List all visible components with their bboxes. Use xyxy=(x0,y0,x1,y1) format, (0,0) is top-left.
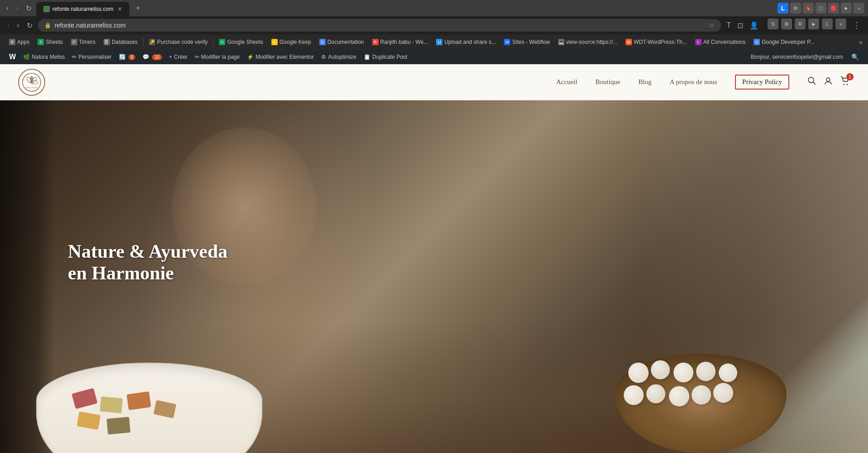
website-content: natura meliss Accueil Boutique Blog A pr… xyxy=(0,64,868,453)
wp-site-icon: 🌿 xyxy=(23,54,30,60)
bookmark-ranjith[interactable]: R Ranjith babu - We... xyxy=(369,37,432,47)
ext-btn-5[interactable]: L xyxy=(822,19,833,29)
svg-text:natura meliss: natura meliss xyxy=(26,86,38,89)
tab-extensions: L ⚙ 🔖 ⬡ 🔴 ► » xyxy=(778,3,864,14)
bookmark-gkeep-label: Google Keep xyxy=(280,39,311,45)
wp-updates[interactable]: 🔄 8 xyxy=(115,50,139,64)
extension-icon-6[interactable]: » xyxy=(854,3,864,14)
extension-icon-5[interactable]: ► xyxy=(841,3,852,14)
addr-reload-button[interactable]: ↻ xyxy=(25,19,34,32)
nav-accueil[interactable]: Accueil xyxy=(556,78,578,86)
ext-btn-2[interactable]: ⚙ xyxy=(781,19,792,29)
reload-button[interactable]: ↻ xyxy=(23,2,34,14)
wp-autoptimize[interactable]: ⚙ Autoptimize xyxy=(318,50,360,64)
conversations-favicon: C xyxy=(695,39,702,45)
bookmark-webflow[interactable]: W Sites - Webflow xyxy=(500,37,553,47)
forward-button[interactable]: › xyxy=(13,2,21,14)
duplicate-post-label: Duplicate Post xyxy=(372,54,407,60)
wp-logo-item[interactable]: W xyxy=(5,50,19,64)
bookmark-star-icon[interactable]: ☆ xyxy=(709,22,715,29)
white-bowl xyxy=(36,363,262,453)
hero-text: Nature & Ayurveda en Harmonie xyxy=(68,241,228,284)
active-tab[interactable]: refonte.naturameliss.com ✕ xyxy=(36,2,130,16)
wp-customize[interactable]: ✏ Personnaliser xyxy=(68,50,115,64)
back-button[interactable]: ‹ xyxy=(4,2,11,14)
extension-icon-2[interactable]: 🔖 xyxy=(803,3,814,14)
cart-icon[interactable]: 2 xyxy=(840,76,850,88)
site-logo[interactable]: natura meliss xyxy=(18,69,45,96)
bookmark-docs[interactable]: D Documentation xyxy=(316,37,368,47)
customize-label: Personnaliser xyxy=(78,54,111,60)
bookmark-wdt-label: WDT-WordPress-Th... xyxy=(634,39,687,45)
wdt-favicon: W xyxy=(626,39,632,45)
bookmark-separator-2 xyxy=(213,38,213,46)
extension-icon-3[interactable]: ⬡ xyxy=(816,3,826,14)
wp-site-label: Natura Meliss xyxy=(32,54,65,60)
addr-back-button[interactable]: ‹ xyxy=(5,19,11,31)
bookmark-upload[interactable]: U Upload and share s... xyxy=(432,37,499,47)
bookmark-sheets[interactable]: S Sheets xyxy=(34,37,66,47)
bookmark-gkeep[interactable]: K Google Keep xyxy=(268,37,315,47)
wp-create[interactable]: + Créer xyxy=(166,50,191,64)
nav-about[interactable]: A propos de nous xyxy=(670,78,717,86)
wp-admin-bar: W 🌿 Natura Meliss ✏ Personnaliser 🔄 8 💬 … xyxy=(0,50,868,64)
bookmark-apps[interactable]: ⚙ Apps xyxy=(5,37,33,47)
cart-badge: 2 xyxy=(846,73,854,80)
new-tab-button[interactable]: + xyxy=(133,2,142,14)
wp-edit-page[interactable]: ✏ Modifier la page xyxy=(191,50,243,64)
screenshot-icon[interactable]: ⊡ xyxy=(735,19,745,32)
addr-forward-button[interactable]: › xyxy=(15,19,21,31)
autoptimize-label: Autoptimize xyxy=(328,54,356,60)
profile-icon[interactable]: L xyxy=(778,3,788,14)
bookmark-conversations[interactable]: C All Conversations xyxy=(692,37,749,47)
duplicate-post-icon: 📋 xyxy=(364,54,370,60)
extension-icon-1[interactable]: ⚙ xyxy=(790,3,801,14)
soap-beige xyxy=(100,396,123,413)
address-input[interactable] xyxy=(55,22,706,29)
nav-blog[interactable]: Blog xyxy=(638,78,651,86)
svg-point-11 xyxy=(847,84,848,85)
account-icon[interactable] xyxy=(824,76,833,88)
ext-btn-1[interactable]: S xyxy=(768,19,778,29)
soap-ball-10 xyxy=(713,383,733,403)
browser-menu-button[interactable]: ⋮ xyxy=(851,19,863,32)
nav-privacy-policy[interactable]: Privacy Policy xyxy=(735,75,789,90)
updates-icon: 🔄 xyxy=(119,54,126,60)
bookmark-purchase-code[interactable]: 🔑 Purchase code verify xyxy=(145,37,211,47)
wp-user-greeting[interactable]: Bonjour, serviceinfoopetel@gmail.com xyxy=(746,54,848,60)
bookmark-upload-label: Upload and share s... xyxy=(444,39,496,45)
wp-elementor[interactable]: ⚡ Modifier avec Elementor xyxy=(243,50,318,64)
ext-btn-6[interactable]: » xyxy=(835,19,846,29)
bookmark-gdev[interactable]: G Google Developer P... xyxy=(750,37,818,47)
tab-close-button[interactable]: ✕ xyxy=(118,6,122,12)
address-bar-actions: T ⊡ 👤 xyxy=(725,19,760,32)
address-bar: ‹ › ↻ 🔒 ☆ T ⊡ 👤 S ⚙ R ► L » ⋮ xyxy=(0,16,868,34)
address-input-wrap: 🔒 ☆ xyxy=(38,19,721,32)
bookmark-wdt[interactable]: W WDT-WordPress-Th... xyxy=(622,37,691,47)
search-icon[interactable] xyxy=(807,76,816,88)
site-header-icons: 2 xyxy=(807,76,850,88)
wp-search-icon[interactable]: 🔍 xyxy=(848,53,863,61)
bookmark-viewsource[interactable]: 💻 view-source:https://... xyxy=(555,37,621,47)
soap-ball-2 xyxy=(651,360,670,379)
svg-point-5 xyxy=(30,81,33,84)
wp-duplicate-post[interactable]: 📋 Duplicate Post xyxy=(360,50,411,64)
wp-comments[interactable]: 💬 10 xyxy=(139,50,165,64)
tab-label: refonte.naturameliss.com xyxy=(52,6,114,12)
hero-section: Nature & Ayurveda en Harmonie xyxy=(0,100,868,453)
profile-menu-button[interactable]: 👤 xyxy=(748,19,760,32)
comments-badge: 10 xyxy=(152,54,161,60)
bookmark-databases[interactable]: 🗄 Databases xyxy=(100,37,141,47)
nav-boutique[interactable]: Boutique xyxy=(595,78,620,86)
svg-point-9 xyxy=(826,78,830,81)
bookmarks-more-button[interactable]: » xyxy=(859,38,863,46)
wp-site-name[interactable]: 🌿 Natura Meliss xyxy=(19,50,68,64)
soap-tan xyxy=(153,400,176,419)
ext-btn-3[interactable]: R xyxy=(795,19,806,29)
extension-icon-4[interactable]: 🔴 xyxy=(828,3,839,14)
ext-btn-4[interactable]: ► xyxy=(808,19,819,29)
bookmark-timers[interactable]: ⏱ Timers xyxy=(67,37,99,47)
sheets-favicon: S xyxy=(38,39,44,45)
translate-icon[interactable]: T xyxy=(725,19,733,31)
bookmark-gsheets[interactable]: G Google Sheets xyxy=(215,37,266,47)
